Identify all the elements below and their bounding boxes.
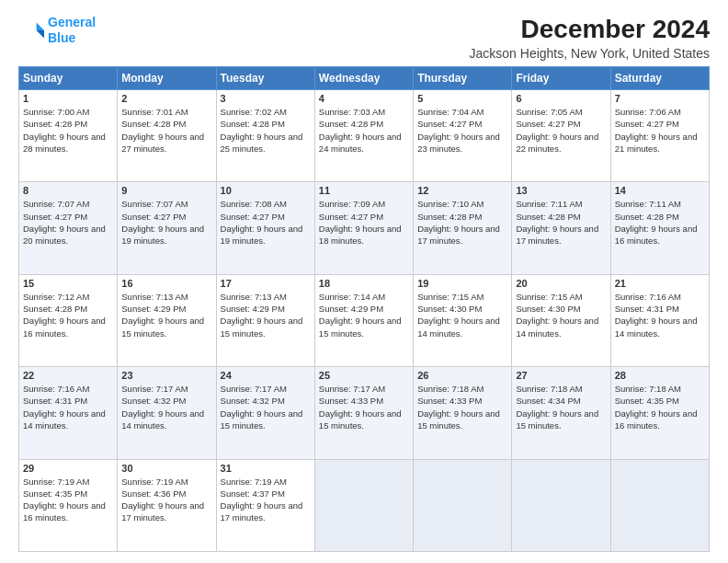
sunset-label: Sunset: 4:27 PM [23, 212, 87, 222]
daylight-label: Daylight: 9 hours and 17 minutes. [516, 224, 598, 246]
daylight-label: Daylight: 9 hours and 15 minutes. [319, 316, 402, 338]
calendar-header-friday: Friday [512, 67, 610, 90]
calendar-cell: 22 Sunrise: 7:16 AM Sunset: 4:31 PM Dayl… [19, 367, 118, 459]
day-number: 13 [516, 185, 606, 196]
day-number: 9 [121, 185, 211, 196]
daylight-label: Daylight: 9 hours and 25 minutes. [221, 132, 303, 154]
calendar-row-4: 29 Sunrise: 7:19 AM Sunset: 4:35 PM Dayl… [19, 459, 710, 551]
sunset-label: Sunset: 4:29 PM [319, 304, 383, 314]
daylight-label: Daylight: 9 hours and 14 minutes. [417, 316, 500, 338]
daylight-label: Daylight: 9 hours and 21 minutes. [615, 132, 698, 154]
calendar-cell: 6 Sunrise: 7:05 AM Sunset: 4:27 PM Dayli… [512, 90, 610, 182]
title-block: December 2024 Jackson Heights, New York,… [470, 15, 710, 61]
logo-text: General Blue [48, 15, 96, 46]
calendar-row-3: 22 Sunrise: 7:16 AM Sunset: 4:31 PM Dayl… [19, 367, 710, 459]
sunrise-label: Sunrise: 7:15 AM [516, 292, 582, 302]
sunset-label: Sunset: 4:27 PM [221, 212, 285, 222]
sunset-label: Sunset: 4:29 PM [121, 304, 186, 314]
logo: General Blue [18, 15, 96, 46]
header: General Blue December 2024 Jackson Heigh… [18, 15, 710, 61]
daylight-label: Daylight: 9 hours and 22 minutes. [516, 132, 598, 154]
sunset-label: Sunset: 4:27 PM [417, 119, 482, 129]
sunrise-label: Sunrise: 7:19 AM [23, 477, 89, 487]
sunrise-label: Sunrise: 7:09 AM [319, 199, 385, 209]
day-number: 31 [221, 463, 311, 474]
day-info: Sunrise: 7:01 AM Sunset: 4:28 PM Dayligh… [121, 106, 211, 155]
daylight-label: Daylight: 9 hours and 24 minutes. [319, 132, 402, 154]
calendar-cell: 17 Sunrise: 7:13 AM Sunset: 4:29 PM Dayl… [216, 274, 314, 366]
day-number: 29 [23, 463, 113, 474]
sunrise-label: Sunrise: 7:02 AM [221, 107, 287, 117]
day-info: Sunrise: 7:16 AM Sunset: 4:31 PM Dayligh… [23, 383, 113, 431]
sunset-label: Sunset: 4:34 PM [516, 396, 580, 406]
calendar-cell: 12 Sunrise: 7:10 AM Sunset: 4:28 PM Dayl… [414, 182, 512, 274]
sunrise-label: Sunrise: 7:07 AM [23, 199, 89, 209]
daylight-label: Daylight: 9 hours and 15 minutes. [121, 316, 204, 338]
day-info: Sunrise: 7:17 AM Sunset: 4:32 PM Dayligh… [121, 383, 211, 431]
sunset-label: Sunset: 4:28 PM [417, 212, 482, 222]
sunrise-label: Sunrise: 7:11 AM [615, 199, 681, 209]
day-info: Sunrise: 7:18 AM Sunset: 4:33 PM Dayligh… [417, 383, 507, 431]
sunset-label: Sunset: 4:28 PM [23, 304, 87, 314]
calendar-cell: 26 Sunrise: 7:18 AM Sunset: 4:33 PM Dayl… [414, 367, 512, 459]
daylight-label: Daylight: 9 hours and 14 minutes. [615, 316, 698, 338]
sunset-label: Sunset: 4:32 PM [121, 396, 186, 406]
calendar-header-saturday: Saturday [610, 67, 709, 90]
calendar-cell: 9 Sunrise: 7:07 AM Sunset: 4:27 PM Dayli… [118, 182, 216, 274]
subtitle: Jackson Heights, New York, United States [470, 46, 710, 61]
daylight-label: Daylight: 9 hours and 27 minutes. [121, 132, 204, 154]
calendar-header-tuesday: Tuesday [216, 67, 314, 90]
day-number: 8 [23, 185, 113, 196]
calendar-cell: 23 Sunrise: 7:17 AM Sunset: 4:32 PM Dayl… [118, 367, 216, 459]
day-info: Sunrise: 7:02 AM Sunset: 4:28 PM Dayligh… [221, 106, 311, 155]
daylight-label: Daylight: 9 hours and 14 minutes. [516, 316, 598, 338]
sunrise-label: Sunrise: 7:18 AM [615, 384, 681, 394]
calendar-cell: 3 Sunrise: 7:02 AM Sunset: 4:28 PM Dayli… [216, 90, 314, 182]
daylight-label: Daylight: 9 hours and 17 minutes. [221, 500, 303, 523]
sunrise-label: Sunrise: 7:12 AM [23, 292, 89, 302]
day-number: 2 [121, 93, 211, 104]
logo-icon [18, 17, 44, 43]
calendar-cell: 11 Sunrise: 7:09 AM Sunset: 4:27 PM Dayl… [314, 182, 413, 274]
daylight-label: Daylight: 9 hours and 15 minutes. [417, 408, 500, 431]
calendar-cell [414, 459, 512, 551]
sunset-label: Sunset: 4:28 PM [615, 212, 679, 222]
day-number: 28 [615, 370, 705, 381]
day-number: 16 [121, 278, 211, 289]
calendar-cell [314, 459, 413, 551]
day-info: Sunrise: 7:13 AM Sunset: 4:29 PM Dayligh… [121, 291, 211, 339]
day-number: 12 [417, 185, 507, 196]
day-number: 11 [319, 185, 409, 196]
daylight-label: Daylight: 9 hours and 17 minutes. [121, 500, 204, 523]
day-info: Sunrise: 7:13 AM Sunset: 4:29 PM Dayligh… [221, 291, 311, 339]
sunset-label: Sunset: 4:31 PM [615, 304, 679, 314]
sunrise-label: Sunrise: 7:11 AM [516, 199, 582, 209]
daylight-label: Daylight: 9 hours and 14 minutes. [121, 408, 204, 431]
sunset-label: Sunset: 4:28 PM [516, 212, 580, 222]
calendar-cell: 15 Sunrise: 7:12 AM Sunset: 4:28 PM Dayl… [19, 274, 118, 366]
day-info: Sunrise: 7:00 AM Sunset: 4:28 PM Dayligh… [23, 106, 113, 155]
sunset-label: Sunset: 4:35 PM [23, 488, 87, 499]
day-info: Sunrise: 7:18 AM Sunset: 4:34 PM Dayligh… [516, 383, 606, 431]
calendar-header-sunday: Sunday [19, 67, 118, 90]
sunset-label: Sunset: 4:27 PM [615, 119, 679, 129]
daylight-label: Daylight: 9 hours and 16 minutes. [615, 224, 698, 246]
day-info: Sunrise: 7:14 AM Sunset: 4:29 PM Dayligh… [319, 291, 409, 339]
calendar-cell [512, 459, 610, 551]
day-info: Sunrise: 7:19 AM Sunset: 4:35 PM Dayligh… [23, 476, 113, 524]
sunrise-label: Sunrise: 7:16 AM [23, 384, 89, 394]
sunrise-label: Sunrise: 7:18 AM [417, 384, 483, 394]
sunset-label: Sunset: 4:29 PM [221, 304, 285, 314]
day-info: Sunrise: 7:04 AM Sunset: 4:27 PM Dayligh… [417, 106, 507, 155]
day-info: Sunrise: 7:17 AM Sunset: 4:33 PM Dayligh… [319, 383, 409, 431]
calendar-cell: 24 Sunrise: 7:17 AM Sunset: 4:32 PM Dayl… [216, 367, 314, 459]
day-number: 7 [615, 93, 705, 104]
calendar-cell [610, 459, 709, 551]
day-info: Sunrise: 7:11 AM Sunset: 4:28 PM Dayligh… [516, 198, 606, 247]
day-number: 10 [221, 185, 311, 196]
calendar-cell: 25 Sunrise: 7:17 AM Sunset: 4:33 PM Dayl… [314, 367, 413, 459]
daylight-label: Daylight: 9 hours and 17 minutes. [417, 224, 500, 246]
calendar-header-monday: Monday [118, 67, 216, 90]
calendar-cell: 8 Sunrise: 7:07 AM Sunset: 4:27 PM Dayli… [19, 182, 118, 274]
day-info: Sunrise: 7:16 AM Sunset: 4:31 PM Dayligh… [615, 291, 705, 339]
